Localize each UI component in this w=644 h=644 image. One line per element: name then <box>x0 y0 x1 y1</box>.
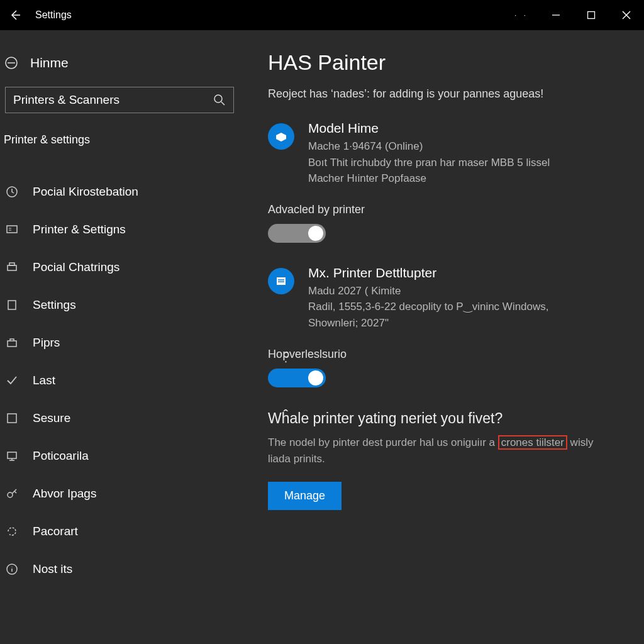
toggle-thumb <box>308 226 323 241</box>
device-card-1[interactable]: Model Hime Mache 1·94⁨6⁨74 (Online) Boıt… <box>268 121 619 187</box>
sidebar-item-last[interactable]: Last <box>0 362 239 399</box>
sidebar-item-label: Last <box>33 374 55 387</box>
toggle1-label: Advacled by printer <box>268 203 619 216</box>
device-status: Mache 1·94⁨6⁨74 (Online) <box>308 138 550 155</box>
search-box[interactable] <box>5 87 234 113</box>
page-title: HAS Painter <box>268 50 619 75</box>
square-icon <box>5 411 19 425</box>
minimize-button[interactable] <box>538 0 574 30</box>
device-name: Model Hime <box>308 121 550 136</box>
sidebar-item-label: Piprs <box>33 336 60 350</box>
sidebar-home[interactable]: Hinme <box>0 54 239 73</box>
search-icon <box>213 94 226 106</box>
sidebar-item-settings[interactable]: Settings <box>0 286 239 324</box>
key-icon <box>5 487 19 501</box>
toggle-thumb <box>308 370 323 386</box>
svg-rect-24 <box>277 277 286 285</box>
tablet-icon <box>5 298 19 312</box>
device-desc2: Macher Hıinter Popfaase <box>308 170 550 187</box>
info-icon <box>5 562 19 576</box>
search-input[interactable] <box>13 93 213 107</box>
device-desc: Radil, 1555,3-6-22 decoplity to P‿vininc… <box>308 299 549 315</box>
window-title: Settings <box>35 9 72 21</box>
svg-rect-15 <box>8 341 16 347</box>
arrow-left-icon <box>9 9 21 21</box>
toggle-hopverleslsurio[interactable] <box>268 369 326 387</box>
titlebar: Settings · · <box>0 0 644 30</box>
svg-line-7 <box>221 102 225 105</box>
sidebar-item-label: Pocial Chatrings <box>33 260 119 274</box>
device-status: Madu 2027 ( Kimite <box>308 283 549 299</box>
briefcase-icon <box>5 336 19 350</box>
monitor-icon <box>5 223 19 236</box>
sidebar: Hinme Printer & settings Pocial Kirosteb… <box>0 30 239 588</box>
printer-icon <box>5 260 19 274</box>
sidebar-item-label: Sesure <box>33 411 70 425</box>
back-button[interactable] <box>0 0 30 30</box>
sidebar-item-label: Pacorart <box>33 525 78 538</box>
toggle-advanced-printer[interactable] <box>268 224 326 243</box>
printer-badge-icon <box>268 268 294 294</box>
sidebar-item-pacorart[interactable]: Pacorart <box>0 513 239 550</box>
help-text: The nodel by pinter dest purder hal us o… <box>268 435 619 468</box>
svg-rect-14 <box>8 301 16 309</box>
svg-rect-13 <box>9 263 14 265</box>
device-desc: Boıt Thit irchubdy thre pran har maser M… <box>308 155 550 171</box>
main-content: HAS Painter Reoject has ‘nades’: for add… <box>239 30 644 588</box>
toggle2-label: Hop̣verleslsurio <box>268 347 619 361</box>
home-icon <box>4 56 19 70</box>
sidebar-item-label: Pocial Kirostebation <box>33 185 138 199</box>
manage-button[interactable]: Manage <box>268 482 341 510</box>
display-icon <box>5 449 19 463</box>
sidebar-nav: Pocial Kirostebation Printer & Settigns … <box>0 173 239 588</box>
sidebar-item-poticoarila[interactable]: Poticoarila <box>0 437 239 475</box>
page-subtitle: Reoject has ‘nades’: for adding is your … <box>268 87 619 101</box>
sidebar-home-label: Hinme <box>30 55 69 70</box>
close-icon <box>621 10 631 20</box>
refresh-icon <box>5 525 19 538</box>
maximize-button[interactable] <box>574 0 609 30</box>
sidebar-item-kirostebation[interactable]: Pocial Kirostebation <box>0 173 239 211</box>
more-indicator: · · <box>514 11 538 19</box>
sidebar-item-label: Printer & Settigns <box>33 223 126 236</box>
close-button[interactable] <box>609 0 644 30</box>
svg-rect-1 <box>588 12 595 19</box>
sidebar-item-nost[interactable]: Nost its <box>0 550 239 588</box>
svg-rect-9 <box>7 226 17 233</box>
sidebar-section-header: Printer & settings <box>0 130 239 152</box>
sidebar-item-piprs[interactable]: Piprs <box>0 324 239 362</box>
check-icon <box>5 374 19 387</box>
help-highlight: crones tiilster <box>498 435 567 450</box>
help-heading: Wĥale printer yating neriet you fivet? <box>268 410 619 427</box>
svg-rect-16 <box>8 414 16 423</box>
svg-rect-12 <box>8 265 16 270</box>
help-text-a: The nodel by pinter dest purder hal us o… <box>268 436 498 448</box>
svg-rect-17 <box>8 452 16 458</box>
printer-badge-icon <box>268 123 294 150</box>
sidebar-item-label: Settings <box>33 298 76 312</box>
maximize-icon <box>587 11 596 19</box>
svg-point-6 <box>214 95 222 103</box>
sidebar-item-label: Poticoarila <box>33 449 89 463</box>
device-desc2: Shownleri; 2027" <box>308 315 549 331</box>
sidebar-item-chatrings[interactable]: Pocial Chatrings <box>0 248 239 286</box>
sidebar-item-sesure[interactable]: Sesure <box>0 399 239 437</box>
sidebar-item-abvor[interactable]: Abvor Ipags <box>0 475 239 513</box>
clock-icon <box>5 185 19 199</box>
device-name: Mx. Printer Dettltupter <box>308 265 549 280</box>
sidebar-item-label: Abvor Ipags <box>33 487 96 501</box>
device-card-2[interactable]: Mx. Printer Dettltupter Madu 2027 ( Kimi… <box>268 265 619 331</box>
sidebar-item-printer-settings[interactable]: Printer & Settigns <box>0 211 239 248</box>
sidebar-item-label: Nost its <box>33 562 72 576</box>
minimize-icon <box>552 11 560 19</box>
